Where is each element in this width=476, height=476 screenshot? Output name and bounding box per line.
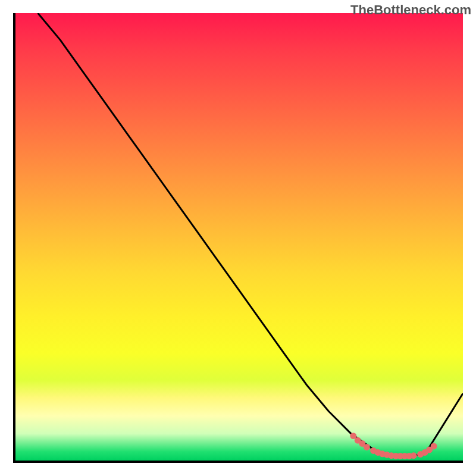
chart-container: TheBottleneck.com — [0, 0, 476, 476]
watermark-text: TheBottleneck.com — [350, 2, 471, 18]
gradient-background — [15, 13, 463, 461]
plot-area — [13, 13, 463, 463]
